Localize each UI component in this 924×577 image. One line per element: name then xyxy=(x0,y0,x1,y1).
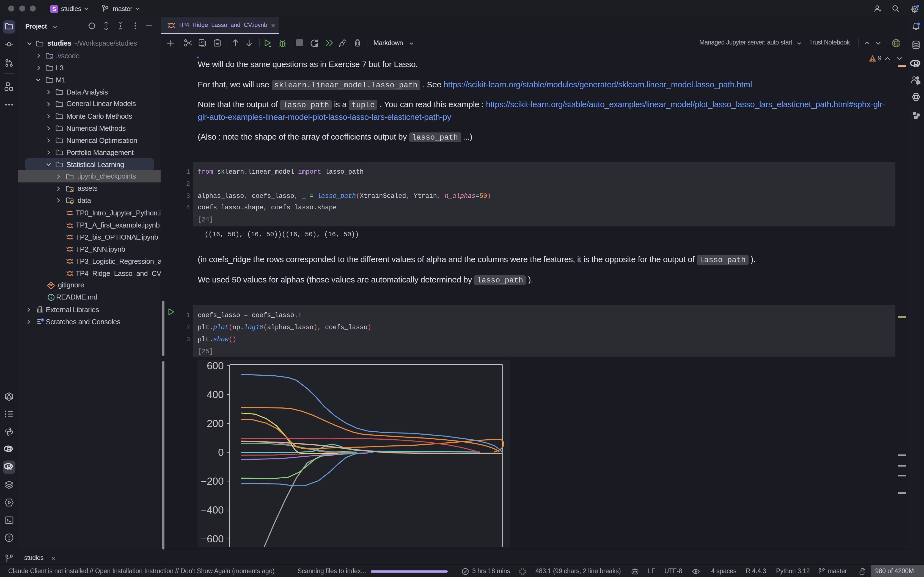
svg-text:−400: −400 xyxy=(200,504,223,516)
svg-text:−200: −200 xyxy=(200,475,223,487)
svg-text:600: 600 xyxy=(207,360,224,371)
svg-text:R: R xyxy=(6,463,11,471)
svg-text:400: 400 xyxy=(207,389,224,400)
svg-text:0: 0 xyxy=(218,446,224,458)
svg-text:R: R xyxy=(914,60,919,68)
svg-text:200: 200 xyxy=(207,417,224,429)
svg-text:−600: −600 xyxy=(200,533,223,544)
svg-text:R: R xyxy=(6,446,11,453)
